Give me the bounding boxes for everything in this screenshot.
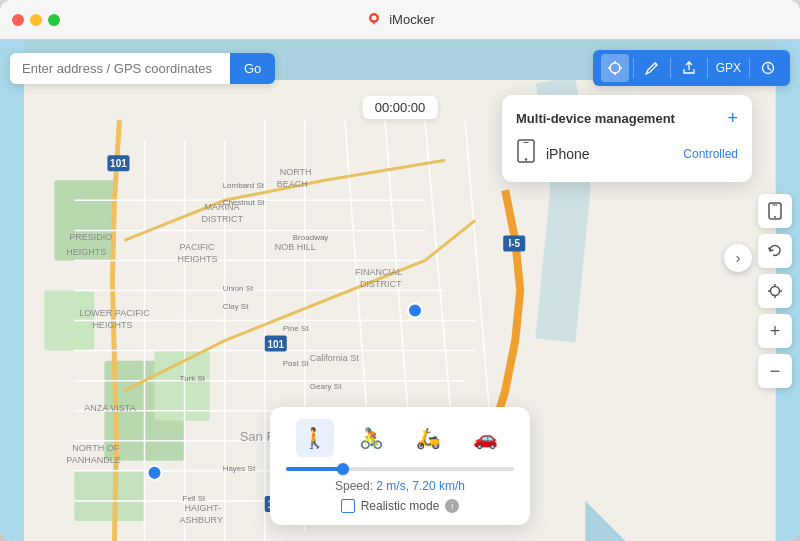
svg-text:101: 101 xyxy=(267,339,284,350)
location-crosshair-button[interactable] xyxy=(601,54,629,82)
svg-point-72 xyxy=(408,304,422,318)
device-frame-button[interactable] xyxy=(758,194,792,228)
svg-text:Union St: Union St xyxy=(223,284,254,293)
svg-text:DISTRICT: DISTRICT xyxy=(360,279,402,289)
svg-text:Clay St: Clay St xyxy=(223,302,250,311)
main-content: PRESIDIO HEIGHTS PACIFIC HEIGHTS MARINA … xyxy=(0,40,800,541)
speed-track[interactable] xyxy=(286,467,514,471)
car-mode-button[interactable]: 🚗 xyxy=(467,419,505,457)
zoom-out-button[interactable]: − xyxy=(758,354,792,388)
titlebar: iMocker xyxy=(0,0,800,40)
minus-icon: − xyxy=(770,362,781,380)
pen-button[interactable] xyxy=(638,54,666,82)
right-toolbar: + − xyxy=(758,194,792,388)
zoom-in-button[interactable]: + xyxy=(758,314,792,348)
device-icon xyxy=(516,139,536,168)
svg-text:Hayes St: Hayes St xyxy=(223,464,256,473)
multi-device-panel: Multi-device management + iPhone Control… xyxy=(502,95,752,182)
svg-text:ASHBURY: ASHBURY xyxy=(180,515,223,525)
center-location-button[interactable] xyxy=(758,274,792,308)
add-device-button[interactable]: + xyxy=(727,109,738,127)
panel-header: Multi-device management + xyxy=(516,109,738,127)
undo-button[interactable] xyxy=(758,234,792,268)
svg-text:ANZA VISTA: ANZA VISTA xyxy=(84,403,135,413)
svg-text:BEACH: BEACH xyxy=(277,179,308,189)
realistic-mode-label: Realistic mode xyxy=(361,499,440,513)
svg-text:Lombard St: Lombard St xyxy=(223,181,265,190)
collapse-panel-button[interactable]: › xyxy=(724,244,752,272)
timer-badge: 00:00:00 xyxy=(363,96,438,119)
realistic-mode-info-icon[interactable]: i xyxy=(445,499,459,513)
svg-text:PRESIDIO: PRESIDIO xyxy=(69,232,112,242)
search-bar: Go xyxy=(10,53,275,84)
speed-value: 2 m/s, 7.20 km/h xyxy=(376,479,465,493)
speed-prefix: Speed: xyxy=(335,479,376,493)
svg-text:Pine St: Pine St xyxy=(283,324,310,333)
panel-title: Multi-device management xyxy=(516,111,675,126)
svg-text:HEIGHTS: HEIGHTS xyxy=(178,254,218,264)
svg-text:Broadway: Broadway xyxy=(293,233,329,242)
svg-text:NORTH OF: NORTH OF xyxy=(72,443,119,453)
svg-text:FINANCIAL: FINANCIAL xyxy=(355,267,402,277)
svg-text:Post St: Post St xyxy=(283,359,310,368)
device-name: iPhone xyxy=(546,146,673,162)
speed-thumb[interactable] xyxy=(337,463,349,475)
maximize-button[interactable] xyxy=(48,14,60,26)
timer-text: 00:00:00 xyxy=(375,100,426,115)
transport-modes: 🚶 🚴 🛵 🚗 xyxy=(286,419,514,457)
svg-rect-7 xyxy=(74,471,144,521)
svg-text:HEIGHTS: HEIGHTS xyxy=(92,320,132,330)
go-button[interactable]: Go xyxy=(230,53,275,84)
close-button[interactable] xyxy=(12,14,24,26)
svg-text:Turk St: Turk St xyxy=(180,374,206,383)
svg-text:101: 101 xyxy=(110,158,127,169)
minimize-button[interactable] xyxy=(30,14,42,26)
transport-panel: 🚶 🚴 🛵 🚗 Speed: 2 m/s, 7.20 km/h Realisti… xyxy=(270,407,530,525)
speed-slider-container xyxy=(286,467,514,471)
chevron-right-icon: › xyxy=(736,250,741,266)
svg-point-74 xyxy=(610,63,620,73)
svg-point-86 xyxy=(774,216,776,218)
svg-text:PANHANDLE: PANHANDLE xyxy=(66,455,120,465)
search-input[interactable] xyxy=(10,53,230,84)
speed-fill xyxy=(286,467,343,471)
plus-icon: + xyxy=(770,322,781,340)
svg-point-83 xyxy=(525,158,527,160)
svg-text:NORTH: NORTH xyxy=(280,167,312,177)
svg-text:Fell St: Fell St xyxy=(183,494,206,503)
titlebar-content: iMocker xyxy=(365,11,435,29)
svg-text:HEIGHTS: HEIGHTS xyxy=(66,247,106,257)
svg-text:Geary St: Geary St xyxy=(310,382,342,391)
speed-label: Speed: 2 m/s, 7.20 km/h xyxy=(286,479,514,493)
realistic-mode-checkbox[interactable] xyxy=(341,499,355,513)
app-window: iMocker xyxy=(0,0,800,541)
svg-text:California St: California St xyxy=(310,353,360,363)
svg-text:I-5: I-5 xyxy=(508,238,520,249)
svg-text:Chestnut St: Chestnut St xyxy=(223,198,266,207)
svg-point-1 xyxy=(372,15,377,20)
gpx-label[interactable]: GPX xyxy=(712,61,745,75)
controlled-status[interactable]: Controlled xyxy=(683,147,738,161)
share-button[interactable] xyxy=(675,54,703,82)
svg-text:HAIGHT-: HAIGHT- xyxy=(185,503,222,513)
walk-mode-button[interactable]: 🚶 xyxy=(296,419,334,457)
svg-point-87 xyxy=(771,286,780,295)
svg-text:DISTRICT: DISTRICT xyxy=(202,214,244,224)
svg-text:NOB HILL: NOB HILL xyxy=(275,242,316,252)
history-button[interactable] xyxy=(754,54,782,82)
bike-mode-button[interactable]: 🚴 xyxy=(353,419,391,457)
realistic-mode-row: Realistic mode i xyxy=(286,499,514,513)
svg-text:PACIFIC: PACIFIC xyxy=(180,242,215,252)
svg-text:LOWER PACIFIC: LOWER PACIFIC xyxy=(79,308,150,318)
device-row: iPhone Controlled xyxy=(516,139,738,168)
app-icon xyxy=(365,11,383,29)
scooter-mode-button[interactable]: 🛵 xyxy=(410,419,448,457)
traffic-lights xyxy=(12,14,60,26)
map-toolbar: GPX xyxy=(593,50,790,86)
svg-point-73 xyxy=(147,466,161,480)
app-title: iMocker xyxy=(389,12,435,27)
